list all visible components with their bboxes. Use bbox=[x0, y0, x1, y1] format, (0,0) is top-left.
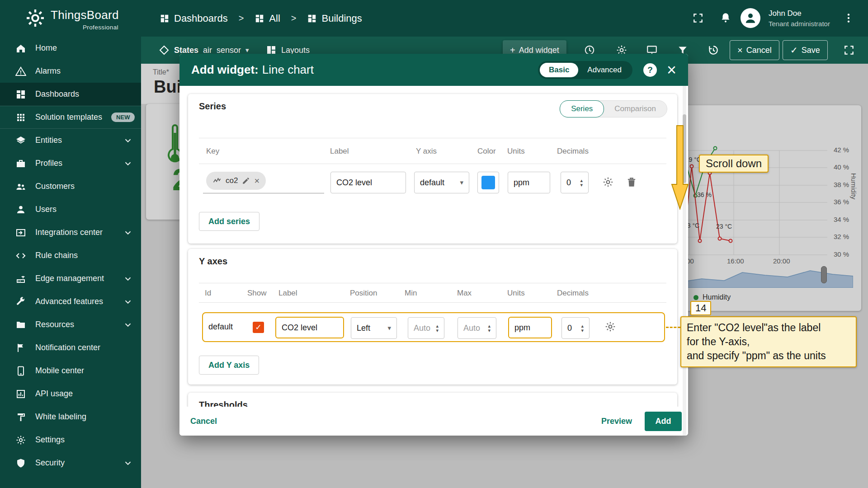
sidebar-item-white-labeling[interactable]: White labeling bbox=[0, 405, 141, 428]
plus-icon: + bbox=[510, 46, 515, 55]
timeseries-icon bbox=[212, 176, 222, 185]
user-name: John Doe bbox=[769, 9, 802, 18]
series-decimals-input[interactable]: 0 ▴ ▾ bbox=[561, 172, 589, 193]
add-widget-dialog: Add widget:Line chart Basic Advanced ? ×… bbox=[179, 54, 688, 436]
sidebar-item-users[interactable]: Users bbox=[0, 198, 141, 221]
instruction-callout: Enter "CO2 level"as the label for the Y-… bbox=[680, 316, 857, 367]
sidebar-item-profiles[interactable]: Profiles bbox=[0, 152, 141, 175]
toggle-series[interactable]: Series bbox=[560, 100, 604, 117]
toggle-advanced[interactable]: Advanced bbox=[578, 66, 631, 75]
add-y-axis-button[interactable]: Add Y axis bbox=[199, 356, 259, 375]
edge-management-icon bbox=[15, 273, 26, 284]
chevron-down-icon bbox=[123, 159, 133, 169]
series-units-input[interactable]: ppm bbox=[508, 172, 550, 193]
chevron-down-icon bbox=[123, 297, 133, 307]
breadcrumb: Dashboards > All > Buildings bbox=[160, 0, 362, 37]
y-axis-decimals-input[interactable]: 0 ▴ ▾ bbox=[561, 317, 590, 339]
check-icon: ✓ bbox=[255, 323, 261, 332]
y-axis-row-highlighted: default ✓ CO2 level Left ▾ Auto ▴ ▾ Auto bbox=[202, 312, 665, 342]
preview-button[interactable]: Preview bbox=[601, 417, 632, 426]
sidebar-item-resources[interactable]: Resources bbox=[0, 313, 141, 336]
sidebar-item-integrations-center[interactable]: Integrations center bbox=[0, 221, 141, 244]
key-input-underline bbox=[203, 193, 324, 193]
user-avatar[interactable] bbox=[741, 8, 760, 28]
thingsboard-logo-icon bbox=[24, 7, 46, 29]
y-axes-section: Y axes Id Show Label Position Min Max Un… bbox=[188, 249, 677, 385]
breadcrumb-separator: > bbox=[239, 13, 244, 23]
chevron-down-icon bbox=[123, 136, 133, 145]
sidebar-item-edge-management[interactable]: Edge management bbox=[0, 267, 141, 290]
fullscreen-icon[interactable] bbox=[692, 12, 704, 24]
y-axis-label-input[interactable]: CO2 level bbox=[275, 317, 344, 338]
notifications-bell-icon[interactable] bbox=[720, 12, 731, 23]
series-color-picker[interactable] bbox=[477, 172, 499, 193]
y-axis-units-input[interactable]: ppm bbox=[508, 317, 552, 338]
decimals-spinner[interactable]: ▴ ▾ bbox=[580, 178, 583, 187]
delete-series-trash-icon[interactable] bbox=[626, 176, 637, 188]
breadcrumb-all[interactable]: All bbox=[255, 13, 280, 24]
sidebar-item-entities[interactable]: Entities bbox=[0, 129, 141, 152]
integrations-icon bbox=[15, 227, 26, 238]
app-title: ThingsBoard bbox=[51, 8, 119, 22]
mobile-icon bbox=[15, 366, 26, 376]
edit-key-icon[interactable] bbox=[242, 177, 250, 185]
save-dashboard-button[interactable]: ✓ Save bbox=[783, 40, 828, 60]
chevron-down-icon bbox=[123, 228, 133, 238]
sidebar-item-api-usage[interactable]: API usage bbox=[0, 382, 141, 405]
cancel-edit-button[interactable]: × Cancel bbox=[730, 40, 779, 60]
sidebar-item-alarms[interactable]: Alarms bbox=[0, 60, 141, 83]
rule-chains-icon bbox=[15, 250, 26, 261]
dashboard-icon bbox=[255, 14, 264, 23]
sidebar-item-security[interactable]: Security bbox=[0, 451, 141, 474]
series-comparison-toggle: Series Comparison bbox=[560, 100, 667, 117]
breadcrumb-dashboards[interactable]: Dashboards bbox=[160, 13, 228, 24]
y-axis-min-input[interactable]: Auto ▴ ▾ bbox=[408, 317, 444, 339]
notification-flag-icon bbox=[15, 343, 26, 353]
dialog-footer: Cancel Preview Add bbox=[179, 407, 688, 436]
y-axis-id: default bbox=[208, 313, 233, 341]
sidebar-item-dashboards[interactable]: Dashboards bbox=[0, 83, 141, 106]
sidebar-item-settings[interactable]: Settings bbox=[0, 428, 141, 451]
series-y-axis-select[interactable]: default ▾ bbox=[414, 172, 469, 193]
advanced-features-icon bbox=[15, 296, 26, 307]
remove-key-icon[interactable]: × bbox=[254, 176, 259, 186]
breadcrumb-label: Buildings bbox=[321, 13, 362, 24]
user-role: Tenant administrator bbox=[769, 20, 830, 28]
series-key-chip[interactable]: co2 × bbox=[206, 172, 266, 190]
sidebar-item-mobile-center[interactable]: Mobile center bbox=[0, 359, 141, 382]
sidebar-item-home[interactable]: Home bbox=[0, 37, 141, 60]
dashboard-icon bbox=[160, 14, 170, 23]
breadcrumb-buildings[interactable]: Buildings bbox=[307, 13, 362, 24]
sidebar-item-rule-chains[interactable]: Rule chains bbox=[0, 244, 141, 267]
white-labeling-icon bbox=[15, 412, 26, 422]
resources-icon bbox=[15, 319, 26, 330]
sidebar-item-solution-templates[interactable]: Solution templates NEW bbox=[0, 106, 141, 129]
add-series-button[interactable]: Add series bbox=[199, 212, 259, 231]
decimals-spinner[interactable]: ▴ ▾ bbox=[581, 324, 584, 333]
cancel-button[interactable]: Cancel bbox=[190, 417, 217, 426]
kebab-menu-icon[interactable] bbox=[843, 12, 854, 24]
toggle-basic[interactable]: Basic bbox=[540, 63, 578, 77]
show-checkbox[interactable]: ✓ bbox=[253, 322, 264, 333]
y-axis-max-input[interactable]: Auto ▴ ▾ bbox=[458, 317, 496, 339]
min-spinner[interactable]: ▴ ▾ bbox=[436, 324, 439, 333]
expand-fullscreen-icon[interactable] bbox=[843, 44, 855, 56]
series-settings-gear-icon[interactable] bbox=[602, 176, 614, 188]
top-bar: ThingsBoard Professional Dashboards > Al… bbox=[0, 0, 868, 37]
sidebar-item-notification-center[interactable]: Notification center bbox=[0, 336, 141, 359]
version-history-icon[interactable] bbox=[708, 44, 719, 56]
max-spinner[interactable]: ▴ ▾ bbox=[488, 324, 491, 333]
help-icon[interactable]: ? bbox=[643, 63, 657, 77]
toggle-comparison[interactable]: Comparison bbox=[604, 104, 667, 113]
y-axis-settings-gear-icon[interactable] bbox=[604, 321, 616, 333]
sidebar-item-customers[interactable]: Customers bbox=[0, 175, 141, 198]
close-dialog-icon[interactable]: × bbox=[667, 62, 676, 78]
new-badge: NEW bbox=[111, 113, 135, 122]
callout-connector-line bbox=[666, 327, 680, 328]
sidebar-item-advanced-features[interactable]: Advanced features bbox=[0, 290, 141, 313]
y-axis-position-select[interactable]: Left ▾ bbox=[351, 317, 397, 339]
dashboards-icon bbox=[15, 89, 26, 100]
series-label-input[interactable]: CO2 level bbox=[330, 172, 406, 193]
add-button[interactable]: Add bbox=[645, 412, 682, 431]
breadcrumb-label: All bbox=[269, 13, 280, 24]
